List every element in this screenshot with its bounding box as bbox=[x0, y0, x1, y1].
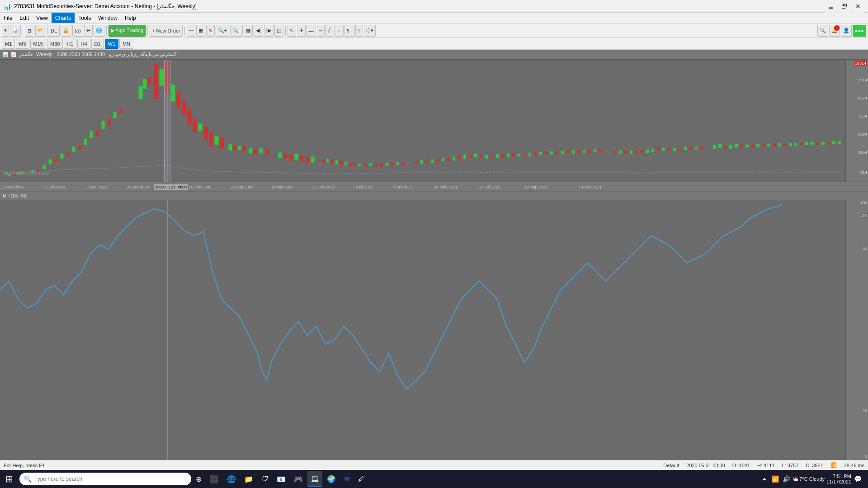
svg-rect-218 bbox=[630, 150, 632, 154]
date-9: 7 Feb 2021 bbox=[353, 185, 373, 189]
svg-rect-94 bbox=[278, 153, 282, 158]
svg-rect-258 bbox=[745, 145, 749, 147]
start-button[interactable]: ⊞ bbox=[2, 471, 17, 487]
svg-rect-148 bbox=[431, 160, 434, 163]
tb-account[interactable]: 👤 bbox=[841, 25, 852, 37]
tb-signal[interactable]: ●●● bbox=[853, 25, 866, 37]
menu-window[interactable]: Window bbox=[94, 13, 121, 23]
tf-mn[interactable]: MN bbox=[119, 39, 133, 49]
svg-rect-46 bbox=[139, 86, 142, 99]
svg-rect-250 bbox=[724, 146, 727, 149]
tb-line[interactable]: ∿ bbox=[206, 25, 215, 37]
tb-dropdown1[interactable]: ▾ bbox=[2, 25, 9, 37]
menu-tools[interactable]: Tools bbox=[75, 13, 94, 23]
tb-sep5 bbox=[285, 26, 286, 36]
svg-rect-48 bbox=[143, 79, 146, 89]
tb-fibonacci[interactable]: T bbox=[355, 25, 363, 37]
tb-refresh[interactable]: ↩ bbox=[84, 25, 93, 37]
svg-rect-256 bbox=[740, 145, 743, 148]
tb-options[interactable]: (o) bbox=[72, 25, 83, 37]
price-chart-body[interactable]: Mofid Securities bbox=[0, 60, 845, 182]
tb-ide[interactable]: IDE bbox=[47, 25, 60, 37]
tb-bar[interactable]: ▦ bbox=[196, 25, 205, 37]
tb-new[interactable]: 🗒 bbox=[25, 25, 34, 37]
tf-m5[interactable]: M5 bbox=[16, 39, 29, 49]
close-button[interactable]: ✕ bbox=[852, 0, 864, 13]
tb-search[interactable]: 🔍 bbox=[817, 25, 828, 37]
tb-trendline[interactable]: ╱ bbox=[326, 25, 333, 37]
tray-network[interactable]: 📶 bbox=[770, 475, 780, 483]
tray-weather: 🌥 7°C Cloudy bbox=[793, 476, 825, 482]
tb-zoom-in[interactable]: 🔍+ bbox=[216, 25, 229, 37]
search-box[interactable]: 🔍 bbox=[19, 473, 191, 485]
svg-rect-6 bbox=[8, 174, 10, 176]
tb-grid[interactable]: ▦ bbox=[244, 25, 253, 37]
tb-line2[interactable]: — bbox=[307, 25, 316, 37]
date-2: 6 Oct 2019 bbox=[45, 185, 65, 189]
menu-view[interactable]: View bbox=[33, 13, 52, 23]
pen-button[interactable]: 🖊 bbox=[354, 471, 369, 487]
svg-rect-282 bbox=[811, 142, 814, 145]
tb-hline[interactable]: ╌ bbox=[317, 25, 325, 37]
maximize-button[interactable]: 🗗 bbox=[838, 0, 851, 13]
tray-notification[interactable]: 💬 bbox=[853, 475, 863, 483]
tf-d1[interactable]: D1 bbox=[91, 39, 104, 49]
tb-crosshair2[interactable]: ✛ bbox=[297, 25, 306, 37]
svg-rect-166 bbox=[480, 154, 482, 157]
tb-scroll-right[interactable]: |▶ bbox=[264, 25, 274, 37]
security-button[interactable]: 🛡 bbox=[258, 471, 272, 487]
tb-open[interactable]: 📂 bbox=[35, 25, 46, 37]
svg-rect-196 bbox=[561, 151, 564, 154]
word-button[interactable]: W bbox=[340, 471, 354, 487]
menu-file[interactable]: File bbox=[0, 13, 16, 23]
tb-lock[interactable]: 🔒 bbox=[61, 25, 71, 37]
tb-text[interactable]: ¶≡ bbox=[344, 25, 354, 37]
tf-w1[interactable]: W1 bbox=[105, 39, 119, 49]
tf-h1[interactable]: H1 bbox=[64, 39, 76, 49]
tb-indicator[interactable]: ◫ bbox=[274, 25, 283, 37]
tb-cursor[interactable]: ↖ bbox=[288, 25, 296, 37]
tf-m30[interactable]: M30 bbox=[47, 39, 63, 49]
chart-icon: 📊 bbox=[3, 52, 8, 57]
low-text: L: 3757 bbox=[782, 463, 799, 468]
minimize-button[interactable]: 🗕 bbox=[825, 0, 837, 13]
mfi-section[interactable]: 100 80 25 20 0 bbox=[0, 200, 868, 460]
tb-channel[interactable]: ⟋ bbox=[334, 25, 344, 37]
menu-charts[interactable]: Charts bbox=[52, 13, 75, 23]
mfi-body[interactable] bbox=[0, 200, 845, 460]
task-view-button[interactable]: ⊕ bbox=[192, 471, 205, 487]
algo-trading-button[interactable]: ▶ Algo Trading bbox=[108, 25, 146, 37]
svg-rect-30 bbox=[78, 146, 81, 150]
tb-crosshair[interactable]: ⊹ bbox=[187, 25, 195, 37]
menu-help[interactable]: Help bbox=[121, 13, 140, 23]
mt5-button[interactable]: 💻 bbox=[307, 471, 322, 487]
svg-rect-142 bbox=[415, 161, 417, 164]
mfi-80: 80 bbox=[863, 247, 867, 251]
chrome-button[interactable]: 🌍 bbox=[323, 471, 340, 487]
tray-time[interactable]: 7:51 PM11/17/2021 bbox=[826, 474, 851, 484]
svg-rect-286 bbox=[821, 142, 825, 145]
tray-up-arrow[interactable]: ⏶ bbox=[760, 475, 769, 483]
price-label-4: 5094 bbox=[858, 132, 867, 136]
new-order-button[interactable]: + New Order bbox=[150, 25, 183, 37]
gamepad-button[interactable]: 🎮 bbox=[290, 471, 307, 487]
tb-globe[interactable]: 🌐 bbox=[94, 25, 104, 37]
svg-rect-174 bbox=[501, 154, 504, 158]
explorer-button[interactable]: 📁 bbox=[241, 471, 257, 487]
tf-m15[interactable]: M15 bbox=[30, 39, 46, 49]
tb-scroll-left[interactable]: ◀| bbox=[254, 25, 263, 37]
svg-rect-150 bbox=[436, 159, 439, 162]
edge-button[interactable]: ⬛ bbox=[206, 471, 222, 487]
tb-zoom-out[interactable]: 🔍- bbox=[230, 25, 243, 37]
menu-edit[interactable]: Edit bbox=[16, 13, 33, 23]
tray-volume[interactable]: 🔊 bbox=[782, 475, 791, 483]
browser-button[interactable]: 🌐 bbox=[223, 471, 240, 487]
tf-m1[interactable]: M1 bbox=[2, 39, 15, 49]
tb-chart-type[interactable]: 📊 bbox=[10, 25, 21, 37]
mail-button[interactable]: 📧 bbox=[273, 471, 289, 487]
svg-rect-74 bbox=[215, 136, 218, 145]
tb-notifications[interactable]: 🔔1 bbox=[829, 25, 840, 37]
search-input[interactable] bbox=[34, 476, 187, 482]
tb-shapes[interactable]: ⬡▾ bbox=[364, 25, 376, 37]
tf-h4[interactable]: H4 bbox=[77, 39, 90, 49]
